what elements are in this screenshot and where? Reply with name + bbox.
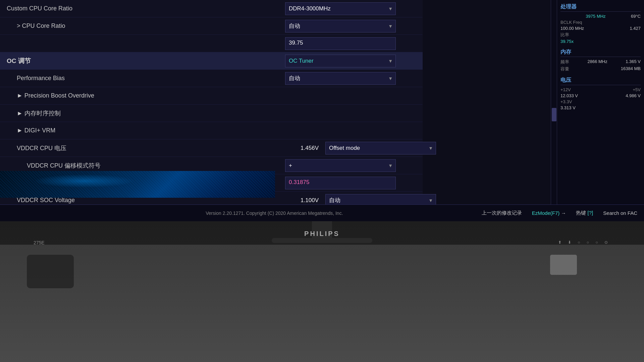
sidebar-processor-title: 处理器 [560, 3, 641, 12]
sidebar-row-bclk-val: 100.00 MHz 1.427 [560, 26, 641, 31]
sidebar-val-mem-freq: 2866 MHz [587, 59, 607, 65]
dropdown-oc-tuner[interactable]: OC Tuner ▼ [285, 55, 396, 67]
monitor: Custom CPU Core Ratio DDR4-3000MHz ▼ > C… [0, 0, 644, 362]
hotkey-action[interactable]: 热键 [?] [576, 210, 593, 216]
dropdown-value: 自动 [289, 74, 300, 82]
table-row: ► DIGI+ VRM [0, 122, 423, 139]
setting-label-oc-tune: OC 调节 [0, 57, 282, 65]
screen: Custom CPU Core Ratio DDR4-3000MHz ▼ > C… [0, 0, 644, 221]
setting-label-vddcr-cpu: VDDCR CPU 电压 [0, 144, 282, 152]
chevron-down-icon: ▼ [388, 163, 393, 168]
setting-label-vddcr-soc: VDDCR SOC Voltage [0, 197, 282, 204]
hotkey-label: 热键 [576, 210, 586, 216]
dropdown-auto-1[interactable]: 自动 ▼ [285, 20, 396, 33]
bios-version: Version 2.20.1271. Copyright (C) 2020 Am… [0, 210, 482, 216]
sidebar-label-mem-cap: 容量 [560, 66, 569, 72]
banner-bg [0, 171, 275, 198]
ez-mode-action[interactable]: EzMode(F7) → [532, 210, 566, 216]
dropdown-ddr4[interactable]: DDR4-3000MHz ▼ [285, 2, 396, 15]
table-row: VDDCR CPU 电压 1.456V Offset mode ▼ [0, 139, 423, 157]
sidebar-label-33v: +3.3V [560, 99, 572, 104]
cable-right [550, 255, 577, 275]
table-row-oc-tune: OC 调节 OC Tuner ▼ [0, 52, 423, 70]
dropdown-value: Offset mode [329, 145, 360, 152]
sidebar-row-ratio: 比率 [560, 32, 641, 38]
scrollbar-thumb[interactable] [552, 108, 556, 121]
sidebar-memory-title: 内存 [560, 49, 641, 57]
sidebar-voltage-section: 电压 +12V +5V 12.033 V 4.986 V +3.3V 3.313… [560, 77, 641, 110]
setting-label-pbo: ► Precision Boost Overdrive [0, 92, 282, 99]
sidebar-row-mem-freq: 频率 2866 MHz 1.365 V [560, 59, 641, 65]
vddcr-soc-value: 1.100V [282, 197, 322, 204]
sidebar-row: 3975 MHz 69°C [560, 14, 641, 19]
sidebar-val-mem-cap: 16384 MB [621, 66, 641, 72]
chevron-down-icon: ▼ [388, 23, 393, 29]
sidebar-val-12v: 12.033 V [560, 93, 578, 98]
table-row: > CPU Core Ratio 自动 ▼ [0, 17, 423, 35]
sidebar-label-bclk: BCLK Freq [560, 20, 582, 25]
sidebar-val-5v: 4.986 V [626, 93, 641, 98]
chevron-down-icon: ▼ [428, 198, 433, 203]
table-row: Custom CPU Core Ratio DDR4-3000MHz ▼ [0, 0, 423, 17]
sidebar-row-bclk: BCLK Freq [560, 20, 641, 25]
cable-left [27, 255, 74, 288]
hotkey-icon: [?] [588, 210, 593, 216]
chevron-down-icon: ▼ [388, 58, 393, 64]
sidebar-processor-section: 处理器 3975 MHz 69°C BCLK Freq 100.00 MHz 1… [560, 3, 641, 44]
setting-label-mem-timing: ► 内存时序控制 [0, 109, 282, 117]
sidebar-val-bclk: 100.00 MHz [560, 26, 584, 31]
table-row: ► Precision Boost Overdrive [0, 87, 423, 105]
dropdown-value: 自动 [329, 196, 340, 204]
bottom-banner [0, 171, 275, 198]
chevron-down-icon: ▼ [428, 145, 433, 151]
search-on-fac-label: Search on FAC [603, 210, 637, 216]
bottom-bar: Version 2.20.1271. Copyright (C) 2020 Am… [0, 204, 644, 221]
last-change-action[interactable]: 上一次的修改记录 [482, 210, 522, 216]
sidebar-val-mem-v: 1.365 V [626, 59, 641, 65]
dropdown-offset-mode[interactable]: Offset mode ▼ [325, 142, 436, 155]
sidebar-val-bclk-extra: 1.427 [630, 26, 641, 31]
ratio-input[interactable]: 39.75 [285, 37, 396, 50]
banner-glow [34, 174, 134, 188]
sidebar-label-5v: +5V [633, 87, 641, 92]
sidebar-voltage-title: 电压 [560, 77, 641, 85]
setting-label-vddcr-offset-sign: VDDCR CPU 偏移模式符号 [0, 162, 282, 170]
monitor-brand: PHILIPS [304, 230, 340, 238]
dropdown-auto-2[interactable]: 自动 ▼ [285, 72, 396, 85]
table-row: Performance Bias 自动 ▼ [0, 70, 423, 87]
setting-label-performance-bias: Performance Bias [0, 75, 282, 82]
sidebar-row-12v: +12V +5V [560, 87, 641, 92]
sidebar-label-mem-freq: 频率 [560, 59, 569, 65]
sidebar-row-33v-val: 3.313 V [560, 105, 641, 110]
sidebar-row-mem-cap: 容量 16384 MB [560, 66, 641, 72]
bottom-actions: 上一次的修改记录 EzMode(F7) → 热键 [?] Search on F… [482, 210, 644, 216]
setting-label-digi-vrm: ► DIGI+ VRM [0, 127, 282, 134]
vddcr-cpu-value: 1.456V [282, 145, 322, 152]
setting-label-cpu-core-ratio: > CPU Core Ratio [0, 22, 282, 29]
dropdown-value: + [289, 162, 292, 169]
table-row: 39.75 [0, 35, 423, 52]
right-sidebar: 处理器 3975 MHz 69°C BCLK Freq 100.00 MHz 1… [557, 0, 644, 215]
offset-voltage-input[interactable]: 0.31875 [285, 177, 396, 189]
chevron-down-icon: ▼ [388, 76, 393, 81]
sidebar-val-ratio: 39.75x [560, 39, 574, 44]
setting-label-custom-cpu: Custom CPU Core Ratio [0, 5, 282, 12]
desk-surface [0, 245, 644, 362]
bios-main: Custom CPU Core Ratio DDR4-3000MHz ▼ > C… [0, 0, 423, 215]
sidebar-memory-section: 内存 频率 2866 MHz 1.365 V 容量 16384 MB [560, 49, 641, 72]
sidebar-val-33v: 3.313 V [560, 105, 576, 110]
chevron-down-icon: ▼ [388, 6, 393, 11]
dropdown-plus[interactable]: + ▼ [285, 159, 396, 172]
monitor-bottom-icons: ⬆ ⬇ ○ ○ ○ ⊙ [558, 240, 610, 245]
ez-mode-label: EzMode(F7) [532, 210, 560, 216]
ez-mode-icon: → [561, 210, 566, 216]
sidebar-row-33v: +3.3V [560, 99, 641, 104]
search-on-fac-action[interactable]: Search on FAC [603, 210, 637, 216]
scrollbar-track [551, 0, 557, 215]
sidebar-row-12v-val: 12.033 V 4.986 V [560, 93, 641, 98]
dropdown-value: 自动 [289, 22, 300, 30]
sidebar-row-ratio-val: 39.75x [560, 39, 641, 44]
last-change-label: 上一次的修改记录 [482, 210, 522, 216]
dropdown-value: DDR4-3000MHz [289, 5, 331, 12]
table-row: ► 内存时序控制 [0, 105, 423, 122]
